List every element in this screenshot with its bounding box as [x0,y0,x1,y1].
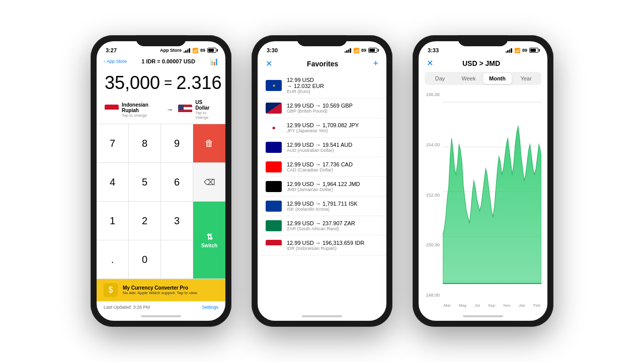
fav-item-jpy[interactable]: 12.99 USD → 1,709.082 JPY JPY (Japanese … [258,118,386,138]
chart-button[interactable]: 📊 [210,57,218,65]
x-axis: Mar May Jul Sep Nov Jan Feb [443,303,541,308]
tab-day[interactable]: Day [426,73,454,84]
key-8[interactable]: 8 [129,124,161,163]
battery-icon-2 [368,48,377,53]
key-6[interactable]: 6 [161,163,193,202]
conversion-display: 35,000 = 2.316 [97,68,225,98]
gbp-flag [266,103,282,114]
from-currency[interactable]: Indonesian Rupiah Tap to change [105,102,161,118]
switch-icon: ⇅ [206,232,213,242]
time-3: 3:33 [428,47,439,53]
notch-3 [458,35,508,46]
battery-num: 89 [200,48,205,53]
battery-num-2: 89 [361,48,366,53]
x-feb: Feb [533,303,540,308]
idr-flag-2 [266,240,282,251]
fav-aud-conversion: 12.99 USD → 19.541 AUD AUD (Australian D… [287,142,378,153]
tab-week[interactable]: Week [454,73,483,84]
home-bar-3 [463,315,503,317]
favorites-list: 12.99 USD → 12.032 EUR EUR (Euro) 12.99 … [258,73,386,312]
jpy-flag [266,122,282,133]
delete-key[interactable]: 🗑 [193,124,225,163]
key-2[interactable]: 2 [129,202,161,240]
battery-icon [207,48,216,53]
aud-flag [266,142,282,153]
signal-icon-3 [506,48,512,53]
fav-item-isk[interactable]: 12.99 USD → 1,791.711 ISK ISK (Icelandic… [258,197,386,216]
fav-idr-conversion: 12.99 USD → 196,313.659 IDR IDR (Indones… [287,240,378,251]
app-nav-1: ‹ App Store 1 IDR = 0.00007 USD 📊 [97,56,225,68]
add-button[interactable]: + [373,58,378,69]
nav-header-3: ✕ USD > JMD [419,56,547,72]
key-3[interactable]: 3 [161,202,193,240]
close-button[interactable]: ✕ [266,59,272,68]
cad-flag [266,161,282,172]
time-tabs: Day Week Month Year [425,72,541,85]
fav-jpy-conversion: 12.99 USD → 1,709.082 JPY JPY (Japanese … [287,122,378,133]
fav-item-eur[interactable]: 12.99 USD → 12.032 EUR EUR (Euro) [258,73,386,99]
chart-title: USD > JMD [462,59,500,67]
usd-flag [178,105,192,115]
key-5[interactable]: 5 [129,163,161,202]
home-indicator-2 [258,312,386,321]
ad-banner[interactable]: $ My Currency Converter Pro No ads. Appl… [97,279,225,301]
key-empty [161,240,193,279]
fav-item-cad[interactable]: 12.99 USD → 17.736 CAD CAD (Canadian Dol… [258,157,386,177]
idr-flag [105,105,119,115]
home-indicator-1 [97,312,225,321]
fav-item-jmd[interactable]: 12.99 USD → 1,964.122 JMD JMD (Jamaican … [258,177,386,197]
fav-item-idr[interactable]: 12.99 USD → 196,313.659 IDR IDR (Indones… [258,236,386,255]
y-label-2: 154.00 [425,142,440,147]
switch-label: Switch [201,243,217,248]
key-9[interactable]: 9 [161,124,193,163]
key-0[interactable]: 0 [129,240,161,279]
phone-1: 3:27 App Store 📶 89 ‹ App Store [91,35,231,327]
settings-link[interactable]: Settings [202,305,218,310]
bottom-bar-1: Last Updated: 3:26 PM Settings [97,301,225,312]
isk-flag [266,201,282,212]
wifi-icon-3: 📶 [514,48,520,53]
chevron-left-icon: ‹ [104,59,105,64]
currency-selector: Indonesian Rupiah Tap to change → US Dol… [97,98,225,124]
x-sep: Sep [488,303,495,308]
x-nov: Nov [504,303,511,308]
battery-num-3: 89 [522,48,527,53]
fav-item-gbp[interactable]: 12.99 USD → 10.569 GBP GBP (British Poun… [258,99,386,118]
x-jan: Jan [519,303,525,308]
network-label: App Store [160,48,182,53]
wifi-icon-2: 📶 [353,48,359,53]
conversion-rate-title: 1 IDR = 0.00007 USD [141,58,195,64]
battery-icon-3 [529,48,538,53]
time-2: 3:30 [267,47,278,53]
backspace-key[interactable]: ⌫ [193,163,225,202]
last-updated: Last Updated: 3:26 PM [104,305,150,310]
key-4[interactable]: 4 [97,163,129,202]
notch [136,35,186,46]
phone-2: 3:30 📶 89 ✕ Favorites + [252,35,392,327]
to-currency-info: US Dollar Tap to change [195,100,217,120]
notch-2 [297,35,347,46]
to-currency[interactable]: US Dollar Tap to change [178,100,217,120]
fav-item-zar[interactable]: 12.99 USD → 237.907 ZAR ZAR (South Afric… [258,216,386,236]
tab-month[interactable]: Month [483,73,512,84]
key-7[interactable]: 7 [97,124,129,163]
y-label-5: 148.00 [425,293,440,298]
from-currency-info: Indonesian Rupiah Tap to change [122,102,161,118]
key-1[interactable]: 1 [97,202,129,240]
x-mar: Mar [444,303,451,308]
x-may: May [459,303,466,308]
ad-text: My Currency Converter Pro No ads. Apple … [123,285,198,295]
from-value: 35,000 [105,72,160,94]
signal-icon-2 [345,48,351,53]
back-button[interactable]: ‹ App Store [104,59,127,64]
switch-key[interactable]: ⇅ Switch [193,202,225,279]
signal-icon [184,48,190,53]
zar-flag [266,220,282,231]
fav-item-aud[interactable]: 12.99 USD → 19.541 AUD AUD (Australian D… [258,138,386,157]
key-dot[interactable]: . [97,240,129,279]
fav-cad-conversion: 12.99 USD → 17.736 CAD CAD (Canadian Dol… [287,161,378,172]
close-button-3[interactable]: ✕ [427,58,433,68]
fav-zar-conversion: 12.99 USD → 237.907 ZAR ZAR (South Afric… [287,220,378,231]
tab-year[interactable]: Year [512,73,540,84]
nav-header-2: ✕ Favorites + [258,56,386,73]
